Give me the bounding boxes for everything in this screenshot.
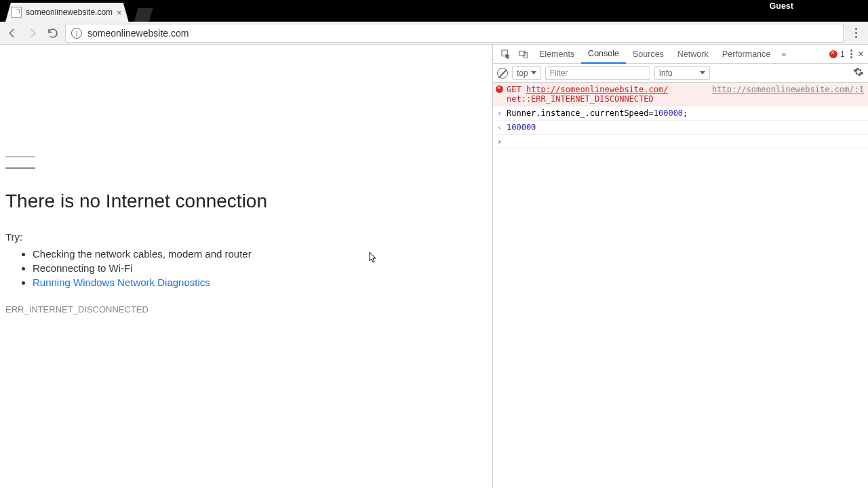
tabs-overflow-icon[interactable]: » — [777, 49, 790, 59]
page-favicon-icon — [11, 7, 22, 18]
devtools-tab-bar: Elements Console Sources Network Perform… — [493, 45, 868, 64]
suggestion-list: Checking the network cables, modem and r… — [0, 248, 492, 288]
site-info-icon[interactable]: i — [71, 28, 82, 39]
new-tab-button[interactable] — [134, 8, 153, 22]
guest-badge[interactable]: Guest — [770, 1, 793, 11]
content-area: There is no Internet connection Try: Che… — [0, 45, 868, 488]
error-dot-icon — [829, 50, 837, 58]
tab-close-icon[interactable]: × — [117, 7, 122, 18]
svg-rect-2 — [524, 52, 528, 58]
browser-tab[interactable]: someonlinewebsite.com × — [5, 3, 129, 22]
tab-network[interactable]: Network — [671, 45, 715, 64]
console-body[interactable]: GET http://someonlinewebsite.com/ net::E… — [493, 83, 868, 488]
console-output-row[interactable]: 100000 — [493, 121, 868, 135]
code-text: ; — [683, 108, 688, 118]
console-toolbar: top Filter Info — [493, 64, 868, 83]
chevron-down-icon — [700, 71, 705, 75]
output-value: 100000 — [507, 123, 536, 132]
tab-strip: someonlinewebsite.com × — [0, 0, 868, 22]
log-level-selector[interactable]: Info — [654, 66, 710, 80]
inspect-element-icon[interactable] — [497, 45, 515, 63]
tab-console[interactable]: Console — [581, 45, 626, 64]
back-button[interactable] — [4, 25, 20, 41]
try-label: Try: — [0, 231, 492, 243]
console-prompt-row[interactable] — [493, 135, 868, 149]
suggestion-item: Reconnecting to Wi-Fi — [33, 262, 492, 274]
browser-toolbar: i someonlinewebsite.com — [0, 22, 868, 45]
code-text: Runner.instance_.currentSpeed= — [507, 108, 654, 118]
tab-title: someonlinewebsite.com — [26, 7, 113, 17]
error-count-badge[interactable]: 1 — [829, 49, 845, 59]
code-number: 100000 — [654, 108, 683, 118]
devtools-panel: Elements Console Sources Network Perform… — [492, 45, 868, 488]
chevron-down-icon — [531, 71, 536, 75]
forward-button[interactable] — [24, 25, 41, 41]
clear-console-icon[interactable] — [497, 68, 508, 79]
devtools-menu-button[interactable] — [850, 49, 852, 58]
level-label: Info — [659, 68, 673, 78]
console-settings-icon[interactable] — [853, 66, 864, 79]
reload-button[interactable] — [45, 25, 61, 41]
error-count: 1 — [840, 49, 845, 59]
filter-placeholder: Filter — [550, 68, 568, 78]
error-source-link[interactable]: http://someonlinewebsite.com/:1 — [712, 85, 864, 104]
suggestion-item: Running Windows Network Diagnostics — [33, 277, 492, 288]
address-bar[interactable]: i someonlinewebsite.com — [65, 24, 844, 43]
tab-performance[interactable]: Performance — [715, 45, 778, 64]
dino-icon — [5, 157, 35, 163]
context-label: top — [517, 68, 528, 78]
console-error-row[interactable]: GET http://someonlinewebsite.com/ net::E… — [493, 83, 868, 106]
console-input-row[interactable]: Runner.instance_.currentSpeed=100000; — [493, 106, 868, 121]
suggestion-item: Checking the network cables, modem and r… — [33, 248, 492, 260]
offline-page: There is no Internet connection Try: Che… — [0, 45, 492, 488]
dino-area[interactable] — [0, 45, 492, 163]
browser-menu-button[interactable] — [848, 28, 864, 38]
error-code: ERR_INTERNET_DISCONNECTED — [0, 304, 492, 314]
error-title: There is no Internet connection — [0, 190, 492, 212]
error-message: net::ERR_INTERNET_DISCONNECTED — [507, 94, 712, 104]
console-filter-input[interactable]: Filter — [545, 66, 650, 80]
tab-elements[interactable]: Elements — [532, 45, 581, 64]
window-titlebar: someonlinewebsite.com × Guest — [0, 0, 868, 22]
http-method: GET — [507, 85, 521, 94]
execution-context-selector[interactable]: top — [512, 66, 541, 80]
url-text: someonlinewebsite.com — [87, 28, 189, 39]
tab-sources[interactable]: Sources — [626, 45, 671, 64]
device-toolbar-icon[interactable] — [515, 45, 532, 63]
devtools-close-button[interactable]: × — [858, 48, 864, 60]
error-marker-icon — [496, 85, 503, 93]
error-url-link[interactable]: http://someonlinewebsite.com/ — [526, 85, 669, 94]
network-diagnostics-link[interactable]: Running Windows Network Diagnostics — [33, 277, 210, 288]
